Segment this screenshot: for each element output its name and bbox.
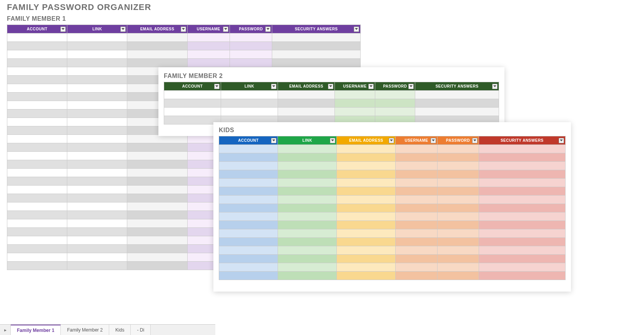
cell-account[interactable] bbox=[7, 59, 67, 67]
cell-link[interactable] bbox=[67, 67, 127, 76]
cell-password[interactable] bbox=[437, 255, 479, 263]
cell-account[interactable] bbox=[7, 93, 67, 101]
filter-dropdown-icon[interactable] bbox=[559, 138, 564, 143]
cell-email[interactable] bbox=[127, 169, 187, 177]
cell-link[interactable] bbox=[67, 228, 127, 236]
cell-account[interactable] bbox=[7, 219, 67, 228]
cell-email[interactable] bbox=[337, 221, 396, 229]
cell-link[interactable] bbox=[67, 101, 127, 109]
cell-link[interactable] bbox=[278, 170, 337, 179]
cell-link[interactable] bbox=[67, 42, 127, 50]
cell-link[interactable] bbox=[278, 246, 337, 255]
cell-security[interactable] bbox=[479, 145, 565, 153]
cell-email[interactable] bbox=[127, 253, 187, 262]
table-row[interactable] bbox=[7, 42, 361, 50]
cell-email[interactable] bbox=[337, 246, 396, 255]
cell-account[interactable] bbox=[7, 135, 67, 143]
col-link[interactable]: LINK bbox=[67, 25, 127, 33]
table-row[interactable] bbox=[219, 196, 566, 204]
cell-username[interactable] bbox=[396, 246, 437, 255]
cell-password[interactable] bbox=[437, 221, 479, 229]
cell-account[interactable] bbox=[7, 33, 67, 42]
cell-account[interactable] bbox=[219, 221, 278, 229]
cell-link[interactable] bbox=[278, 204, 337, 212]
cell-password[interactable] bbox=[437, 272, 479, 280]
table-row[interactable] bbox=[219, 145, 566, 153]
cell-email[interactable] bbox=[337, 204, 396, 212]
cell-account[interactable] bbox=[7, 245, 67, 253]
cell-link[interactable] bbox=[67, 186, 127, 194]
cell-account[interactable] bbox=[7, 228, 67, 236]
table-row[interactable] bbox=[219, 238, 566, 246]
col-email[interactable]: EMAIL ADDRESS bbox=[127, 25, 187, 33]
cell-email[interactable] bbox=[278, 91, 335, 99]
cell-account[interactable] bbox=[164, 108, 221, 116]
cell-password[interactable] bbox=[437, 246, 479, 255]
cell-email[interactable] bbox=[337, 179, 396, 187]
cell-username[interactable] bbox=[187, 42, 230, 50]
cell-account[interactable] bbox=[7, 126, 67, 135]
col-password[interactable]: PASSWORD bbox=[375, 82, 415, 91]
cell-username[interactable] bbox=[396, 170, 437, 179]
cell-account[interactable] bbox=[7, 143, 67, 152]
cell-email[interactable] bbox=[127, 152, 187, 160]
cell-account[interactable] bbox=[219, 255, 278, 263]
cell-username[interactable] bbox=[187, 50, 230, 59]
col-security[interactable]: SECURITY ANSWERS bbox=[479, 136, 565, 145]
cell-account[interactable] bbox=[219, 187, 278, 196]
table-row[interactable] bbox=[219, 187, 566, 196]
tab-family-member-2[interactable]: Family Member 2 bbox=[61, 325, 109, 335]
cell-email[interactable] bbox=[337, 145, 396, 153]
cell-username[interactable] bbox=[396, 229, 437, 238]
cell-security[interactable] bbox=[272, 33, 361, 42]
cell-username[interactable] bbox=[396, 255, 437, 263]
cell-link[interactable] bbox=[67, 135, 127, 143]
cell-security[interactable] bbox=[479, 246, 565, 255]
cell-security[interactable] bbox=[479, 187, 565, 196]
filter-dropdown-icon[interactable] bbox=[368, 84, 374, 89]
cell-username[interactable] bbox=[396, 153, 437, 162]
filter-dropdown-icon[interactable] bbox=[492, 84, 498, 89]
cell-password[interactable] bbox=[437, 179, 479, 187]
cell-password[interactable] bbox=[437, 212, 479, 221]
col-security[interactable]: SECURITY ANSWERS bbox=[415, 82, 499, 91]
cell-email[interactable] bbox=[127, 202, 187, 211]
cell-username[interactable] bbox=[396, 196, 437, 204]
cell-security[interactable] bbox=[479, 212, 565, 221]
cell-account[interactable] bbox=[219, 238, 278, 246]
cell-password[interactable] bbox=[375, 91, 415, 99]
cell-email[interactable] bbox=[127, 42, 187, 50]
cell-account[interactable] bbox=[7, 202, 67, 211]
table-row[interactable] bbox=[7, 33, 361, 42]
cell-password[interactable] bbox=[437, 204, 479, 212]
cell-link[interactable] bbox=[278, 272, 337, 280]
cell-username[interactable] bbox=[187, 33, 230, 42]
col-link[interactable]: LINK bbox=[278, 136, 337, 145]
cell-security[interactable] bbox=[479, 255, 565, 263]
col-security[interactable]: SECURITY ANSWERS bbox=[272, 25, 361, 33]
col-email[interactable]: EMAIL ADDRESS bbox=[337, 136, 396, 145]
col-account[interactable]: ACCOUNT bbox=[7, 25, 67, 33]
cell-link[interactable] bbox=[278, 187, 337, 196]
cell-link[interactable] bbox=[278, 153, 337, 162]
table-row[interactable] bbox=[219, 229, 566, 238]
cell-account[interactable] bbox=[7, 101, 67, 109]
table-row[interactable] bbox=[219, 162, 566, 170]
cell-email[interactable] bbox=[127, 50, 187, 59]
cell-security[interactable] bbox=[479, 229, 565, 238]
cell-link[interactable] bbox=[67, 169, 127, 177]
cell-account[interactable] bbox=[7, 253, 67, 262]
table-row[interactable] bbox=[7, 50, 361, 59]
cell-password[interactable] bbox=[230, 59, 272, 67]
table-row[interactable] bbox=[219, 204, 566, 212]
filter-dropdown-icon[interactable] bbox=[389, 138, 394, 143]
cell-email[interactable] bbox=[127, 211, 187, 219]
cell-account[interactable] bbox=[219, 263, 278, 272]
cell-link[interactable] bbox=[278, 179, 337, 187]
cell-link[interactable] bbox=[278, 162, 337, 170]
cell-account[interactable] bbox=[219, 179, 278, 187]
tab-family-member-1[interactable]: Family Member 1 bbox=[11, 325, 61, 335]
cell-link[interactable] bbox=[67, 59, 127, 67]
cell-password[interactable] bbox=[437, 238, 479, 246]
filter-dropdown-icon[interactable] bbox=[271, 84, 276, 89]
